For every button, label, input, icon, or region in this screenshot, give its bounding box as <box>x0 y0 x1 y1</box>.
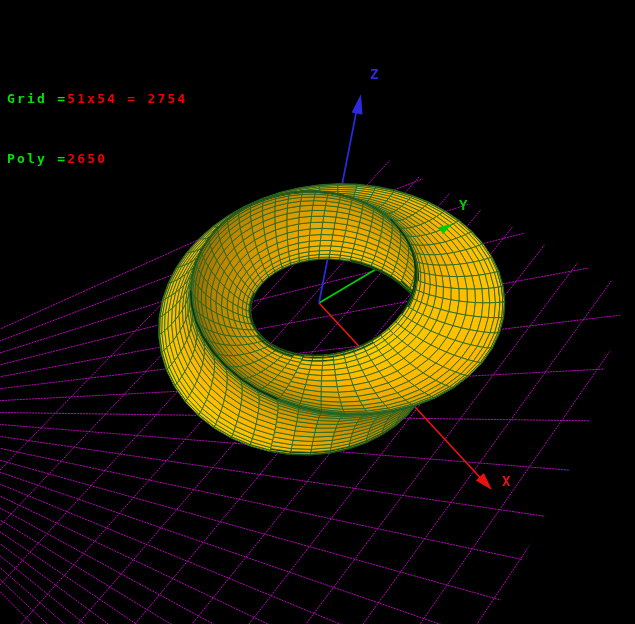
axis-label-z: Z <box>370 66 378 82</box>
grid-stat-value: 51x54 = 2754 <box>67 91 187 106</box>
axis-label-y: Y <box>459 197 467 213</box>
hud-stats: Grid =51x54 = 2754 Poly =2650 <box>7 49 188 209</box>
hud-poly-line: Poly =2650 <box>7 149 188 169</box>
poly-stat-label: Poly = <box>7 151 67 166</box>
3d-viewer-window: Grid =51x54 = 2754 Poly =2650 X Y Z <box>0 0 635 624</box>
poly-stat-value: 2650 <box>67 151 107 166</box>
hud-grid-line: Grid =51x54 = 2754 <box>7 89 188 109</box>
axis-label-x: X <box>502 473 510 489</box>
grid-stat-label: Grid = <box>7 91 67 106</box>
